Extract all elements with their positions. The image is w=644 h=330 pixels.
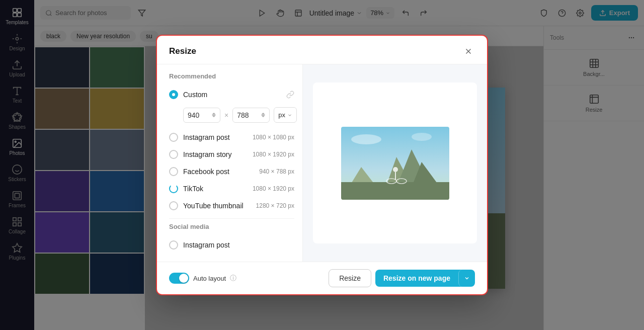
height-arrows[interactable] xyxy=(261,113,265,117)
width-input[interactable] xyxy=(188,111,210,119)
section-divider xyxy=(169,218,294,219)
radio-youtube-thumbnail xyxy=(169,201,178,210)
height-up-arrow[interactable] xyxy=(261,113,265,115)
option-custom[interactable]: Custom xyxy=(169,86,294,103)
radio-custom xyxy=(169,90,178,99)
width-input-wrapper[interactable] xyxy=(183,108,220,123)
option-instagram-post-label: Instagram post xyxy=(183,133,230,141)
option-social-instagram-post[interactable]: Instagram post xyxy=(169,236,294,254)
option-youtube-dims: 1280 × 720 px xyxy=(256,202,294,209)
dialog-body: Recommended Custom xyxy=(157,64,487,262)
option-tiktok-label: TikTok xyxy=(183,185,203,193)
auto-layout-label: Auto layout xyxy=(193,275,226,282)
option-instagram-story[interactable]: Instagram story 1080 × 1920 px xyxy=(169,146,294,163)
option-tiktok-dims: 1080 × 1920 px xyxy=(253,185,294,192)
option-facebook-post-label: Facebook post xyxy=(183,168,229,176)
option-instagram-story-label: Instagram story xyxy=(183,150,231,158)
link-icon xyxy=(286,91,294,99)
option-custom-label: Custom xyxy=(183,91,207,99)
resize-button[interactable]: Resize xyxy=(329,269,371,287)
resize-dialog: Resize Recommended Custom xyxy=(156,35,488,295)
radio-instagram-post xyxy=(169,133,178,142)
width-down-arrow[interactable] xyxy=(212,115,216,117)
close-icon xyxy=(464,47,473,56)
action-buttons: Resize Resize on new page xyxy=(329,269,475,287)
preview-container xyxy=(313,82,477,243)
auto-layout-toggle-row: Auto layout ⓘ xyxy=(169,273,236,284)
dialog-title: Resize xyxy=(169,46,196,56)
option-youtube-label: YouTube thumbnail xyxy=(183,202,244,210)
height-down-arrow[interactable] xyxy=(261,115,265,117)
option-instagram-post-dims: 1080 × 1080 px xyxy=(253,134,294,141)
resize-new-page-button[interactable]: Resize on new page xyxy=(375,270,458,287)
chevron-down-icon xyxy=(464,275,470,281)
svg-point-47 xyxy=(393,167,398,172)
dialog-overlay: Resize Recommended Custom xyxy=(0,0,644,330)
preview-image xyxy=(341,127,449,200)
option-instagram-post[interactable]: Instagram post 1080 × 1080 px xyxy=(169,129,294,146)
radio-social-instagram xyxy=(169,240,178,250)
radio-facebook-post xyxy=(169,167,178,176)
svg-rect-44 xyxy=(341,182,449,200)
dialog-options-panel: Recommended Custom xyxy=(157,64,303,262)
option-tiktok[interactable]: TikTok 1080 × 1920 px xyxy=(169,180,294,197)
option-facebook-post-dims: 940 × 788 px xyxy=(259,168,294,175)
dialog-header: Resize xyxy=(157,36,487,64)
width-up-arrow[interactable] xyxy=(212,113,216,115)
close-dialog-button[interactable] xyxy=(462,45,475,58)
radio-instagram-story xyxy=(169,150,178,159)
height-input[interactable] xyxy=(237,111,259,119)
svg-point-46 xyxy=(412,133,432,141)
chevron-down-icon xyxy=(287,113,292,118)
dialog-footer: Auto layout ⓘ Resize Resize on new page xyxy=(157,262,487,294)
height-input-wrapper[interactable] xyxy=(232,108,270,123)
dialog-preview-panel xyxy=(303,64,487,262)
width-arrows[interactable] xyxy=(212,113,216,117)
svg-point-45 xyxy=(351,134,381,144)
auto-layout-toggle[interactable] xyxy=(169,273,189,284)
option-social-instagram-label: Instagram post xyxy=(183,241,230,249)
dimension-separator: × xyxy=(224,111,228,119)
toggle-knob xyxy=(179,274,188,283)
unit-value: px xyxy=(278,111,285,119)
option-instagram-story-dims: 1080 × 1920 px xyxy=(253,151,294,158)
resize-new-page-group: Resize on new page xyxy=(375,270,475,287)
unit-selector[interactable]: px xyxy=(274,107,297,123)
resize-new-page-arrow-button[interactable] xyxy=(458,270,475,287)
option-facebook-post[interactable]: Facebook post 940 × 788 px xyxy=(169,163,294,180)
radio-tiktok xyxy=(169,184,178,193)
option-youtube-thumbnail[interactable]: YouTube thumbnail 1280 × 720 px xyxy=(169,197,294,214)
social-media-section-title: Social media xyxy=(169,223,294,230)
info-icon[interactable]: ⓘ xyxy=(230,274,236,283)
dimension-inputs: × px xyxy=(183,107,294,123)
recommended-section-title: Recommended xyxy=(169,72,294,80)
